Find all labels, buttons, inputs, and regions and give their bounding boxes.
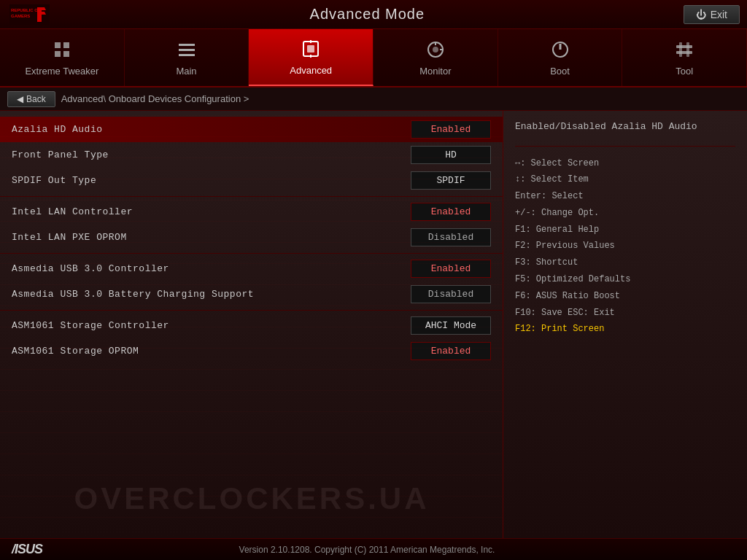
tab-main[interactable]: Main [125, 29, 249, 86]
setting-label-intel-lan-controller: Intel LAN Controller [12, 206, 133, 217]
exit-icon: ⏻ [696, 9, 706, 20]
tab-extreme-tweaker[interactable]: Extreme Tweaker [0, 29, 125, 86]
setting-row-asmedia-usb3-battery[interactable]: Asmedia USB 3.0 Battery Charging Support… [0, 281, 503, 307]
svg-text:GAMERS: GAMERS [11, 14, 30, 18]
setting-value-asmedia-usb3-controller[interactable]: Enabled [411, 260, 491, 278]
svg-rect-8 [63, 51, 69, 57]
back-arrow-icon: ◀ [17, 94, 23, 104]
tab-monitor[interactable]: Monitor [374, 29, 498, 86]
setting-row-asm1061-storage-controller[interactable]: ASM1061 Storage ControllerAHCI Mode [0, 310, 503, 338]
setting-value-intel-lan-pxe-oprom[interactable]: Disabled [411, 228, 491, 246]
settings-panel: OVERCLOCKERS.UA Azalia HD AudioEnabledFr… [0, 111, 503, 538]
exit-button[interactable]: ⏻ Exit [684, 5, 740, 24]
monitor-icon [425, 39, 446, 63]
help-panel: Enabled/Disabled Azalia HD Audio ↔: Sele… [503, 111, 747, 538]
boot-icon [550, 39, 570, 63]
tab-main-label: Main [176, 66, 196, 77]
help-key-6: F3: Shortcut [515, 254, 735, 271]
svg-rect-25 [686, 42, 689, 57]
breadcrumb-path: Advanced\ Onboard Devices Configuration … [61, 93, 249, 104]
setting-value-spdif-out-type[interactable]: SPDIF [411, 171, 491, 190]
setting-label-intel-lan-pxe-oprom: Intel LAN PXE OPROM [12, 232, 127, 243]
svg-rect-11 [179, 54, 195, 56]
svg-rect-22 [676, 45, 692, 48]
version-text: Version 2.10.1208. Copyright (C) 2011 Am… [239, 545, 495, 555]
setting-value-intel-lan-controller[interactable]: Enabled [411, 203, 491, 221]
setting-label-azalia-hd-audio: Azalia HD Audio [12, 124, 103, 135]
tool-icon [674, 39, 694, 63]
tab-advanced[interactable]: Advanced [249, 29, 374, 86]
setting-label-asmedia-usb3-battery: Asmedia USB 3.0 Battery Charging Support [12, 289, 254, 300]
help-key-9: F10: Save ESC: Exit [515, 305, 735, 322]
watermark-text: OVERCLOCKERS.UA [0, 481, 503, 516]
svg-rect-5 [55, 42, 61, 48]
help-key-3: +/-: Change Opt. [515, 205, 735, 222]
setting-row-spdif-out-type[interactable]: SPDIF Out TypeSPDIF [0, 168, 503, 193]
help-description: Enabled/Disabled Azalia HD Audio [515, 120, 735, 134]
footer: /ISUS Version 2.10.1208. Copyright (C) 2… [0, 538, 747, 560]
setting-row-azalia-hd-audio[interactable]: Azalia HD AudioEnabled [0, 117, 503, 142]
tab-advanced-label: Advanced [290, 65, 332, 76]
settings-list: Azalia HD AudioEnabledFront Panel TypeHD… [0, 117, 503, 364]
tab-boot[interactable]: Boot [498, 29, 623, 86]
setting-value-azalia-hd-audio[interactable]: Enabled [411, 120, 491, 139]
tab-tool-label: Tool [676, 66, 693, 77]
setting-row-intel-lan-controller[interactable]: Intel LAN ControllerEnabled [0, 196, 503, 225]
rog-logo: REPUBLIC OF GAMERS [7, 4, 51, 26]
svg-text:REPUBLIC OF: REPUBLIC OF [11, 8, 41, 12]
tab-extreme-tweaker-label: Extreme Tweaker [25, 66, 98, 77]
help-key-4: F1: General Help [515, 222, 735, 238]
logo-area: REPUBLIC OF GAMERS [7, 4, 51, 26]
help-key-0: ↔: Select Screen [515, 155, 735, 172]
svg-rect-7 [55, 51, 61, 57]
setting-value-asm1061-storage-controller[interactable]: AHCI Mode [411, 316, 491, 335]
svg-rect-24 [679, 42, 682, 57]
help-key-8: F6: ASUS Ratio Boost [515, 288, 735, 305]
tab-tool[interactable]: Tool [622, 29, 747, 86]
setting-row-asm1061-storage-oprom[interactable]: ASM1061 Storage OPROMEnabled [0, 338, 503, 364]
setting-label-spdif-out-type: SPDIF Out Type [12, 175, 96, 186]
help-key-10: F12: Print Screen [515, 321, 735, 338]
help-key-7: F5: Optimized Defaults [515, 271, 735, 288]
tab-boot-label: Boot [550, 66, 570, 77]
help-key-2: Enter: Select [515, 188, 735, 205]
back-button[interactable]: ◀ Back [7, 91, 55, 107]
help-key-5: F2: Previous Values [515, 238, 735, 254]
svg-rect-23 [676, 51, 692, 54]
setting-value-front-panel-type[interactable]: HD [411, 146, 491, 164]
main-content: OVERCLOCKERS.UA Azalia HD AudioEnabledFr… [0, 111, 747, 538]
setting-label-asm1061-storage-controller: ASM1061 Storage Controller [12, 320, 169, 331]
setting-row-asmedia-usb3-controller[interactable]: Asmedia USB 3.0 ControllerEnabled [0, 253, 503, 281]
extreme-tweaker-icon [52, 39, 72, 63]
help-keys: ↔: Select Screen↕: Select ItemEnter: Sel… [515, 155, 735, 338]
setting-row-intel-lan-pxe-oprom[interactable]: Intel LAN PXE OPROMDisabled [0, 225, 503, 250]
svg-point-17 [433, 47, 438, 52]
setting-label-asmedia-usb3-controller: Asmedia USB 3.0 Controller [12, 263, 169, 274]
help-key-1: ↕: Select Item [515, 171, 735, 188]
svg-rect-13 [307, 45, 314, 52]
help-divider [515, 146, 735, 147]
header: REPUBLIC OF GAMERS Advanced Mode ⏻ Exit [0, 0, 747, 29]
svg-rect-10 [179, 49, 195, 51]
svg-rect-6 [63, 42, 69, 48]
tab-monitor-label: Monitor [419, 66, 451, 77]
asus-logo: /ISUS [12, 542, 42, 557]
setting-row-front-panel-type[interactable]: Front Panel TypeHD [0, 142, 503, 168]
setting-label-asm1061-storage-oprom: ASM1061 Storage OPROM [12, 346, 139, 357]
main-icon [177, 39, 197, 63]
nav-tabs: Extreme Tweaker Main Advanced Monitor Bo… [0, 29, 747, 88]
page-title: Advanced Mode [310, 6, 425, 23]
advanced-icon [301, 39, 321, 62]
setting-value-asm1061-storage-oprom[interactable]: Enabled [411, 342, 491, 360]
svg-rect-9 [179, 44, 195, 46]
setting-label-front-panel-type: Front Panel Type [12, 149, 109, 160]
breadcrumb: ◀ Back Advanced\ Onboard Devices Configu… [0, 88, 747, 111]
setting-value-asmedia-usb3-battery[interactable]: Disabled [411, 285, 491, 303]
